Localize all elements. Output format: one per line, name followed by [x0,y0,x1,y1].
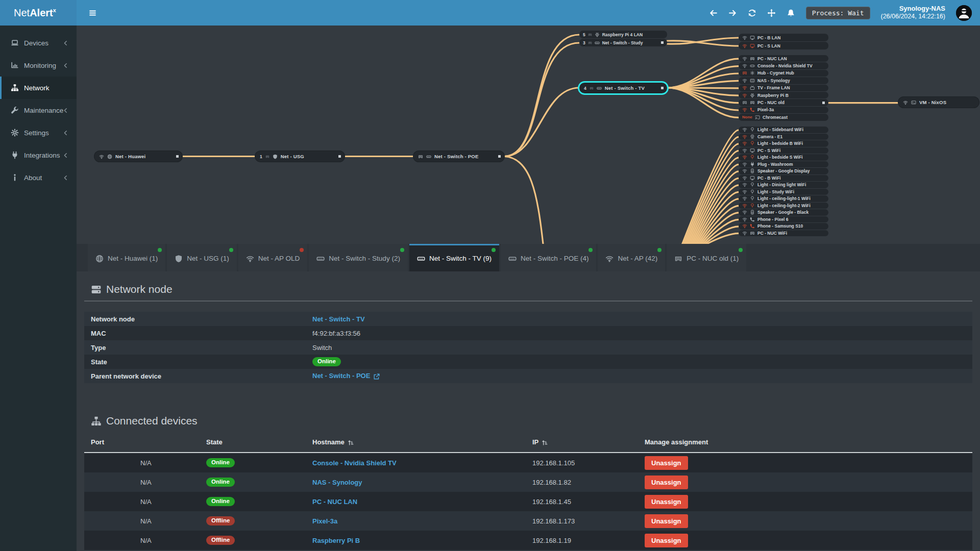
wifi-icon [742,141,747,146]
topology-device-nas-synology[interactable]: NAS - Synology [739,77,828,84]
wifi-icon [742,189,747,194]
navbar-arrow-right-button[interactable] [728,8,737,17]
topology-device-light-dining-light-wifi[interactable]: Light - Dining light WiFi [739,182,828,188]
bulb-icon [750,141,755,146]
topology-device-pc-nuc-lan[interactable]: PC - NUC LAN [739,55,828,62]
brand-net: Net [14,7,30,19]
unassign-button[interactable]: Unassign [645,456,688,470]
hostname-link[interactable]: NAS - Synology [312,479,362,486]
detail-value-link[interactable]: Net - Switch - TV [312,315,365,323]
device-label: Net - USG [281,154,304,159]
table-row-pixel-3a: N/AOfflinePixel-3a192.168.1.173Unassign [84,511,972,531]
topology-device-light-bedside-s-wifi[interactable]: Light - bedside S WiFi [739,154,828,161]
topology-device-light-ceiling-light-2-wifi[interactable]: Light - ceiling-light-2 WiFi [739,203,828,209]
topology-node-net-huawei[interactable]: Net - Huawei [94,151,182,162]
network-node-section-title: Network node [77,271,980,295]
topology-device-chromecast[interactable]: NoneChromecast [739,114,828,120]
topology-node-net-usg[interactable]: 1Net - USG [255,151,345,162]
unassign-button[interactable]: Unassign [645,475,688,489]
app-logo[interactable]: NetAlertx [0,0,77,26]
sidebar-item-label: Network [24,84,50,92]
unassign-button[interactable]: Unassign [645,534,688,547]
navbar-move-button[interactable] [767,8,776,17]
wifi-icon [742,148,747,153]
topology-device-phone-pixel-6[interactable]: Phone - Pixel 6 [739,216,828,223]
topology-device-pc-b-lan[interactable]: PC - B LAN [739,34,828,41]
sidebar-toggle-button[interactable] [88,8,97,17]
topology-device-phone-samsung-s10[interactable]: Phone - Samsung S10 [739,223,828,230]
nas-icon [750,78,755,83]
topology-device-camera-e1[interactable]: Camera - E1 [739,134,828,140]
sidebar-item-settings[interactable]: Settings [0,121,77,144]
topology-node-net-switch-poe[interactable]: Net - Switch - POE [413,151,504,162]
sidebar-item-about[interactable]: About [0,166,77,189]
hostname-link[interactable]: Pixel-3a [312,517,337,525]
status-dot-green [657,248,662,252]
topology-device-plug-washroom[interactable]: Plug - Washroom [739,161,828,168]
sidebar-item-maintenance[interactable]: Maintenance [0,99,77,121]
unassign-button[interactable]: Unassign [645,495,688,509]
network-topology-canvas[interactable]: Net - Huawei1Net - USGNet - Switch - POE… [77,26,980,244]
monitor-icon [750,35,755,40]
hostname-link[interactable]: Console - Nvidia Shield TV [312,459,397,467]
cell-ip: 192.168.1.173 [532,517,645,525]
tab-net-switch-tv-9[interactable]: Net - Switch - TV (9) [409,244,499,271]
unassign-button[interactable]: Unassign [645,514,688,528]
eth-icon [265,155,270,159]
topology-device-light-sideboard-wifi[interactable]: Light - Sideboard WiFi [739,127,828,133]
detail-value[interactable]: Net - Switch - POE [312,372,972,380]
topology-node-vm-nixos[interactable]: VM - NixOS [898,97,979,108]
eth-icon [742,100,747,105]
topology-device-speaker-google-display[interactable]: Speaker - Google Display [739,168,828,174]
topology-device-pc-nuc-wifi[interactable]: PC - NUC WiFi [739,230,828,237]
topology-device-light-ceiling-light-1-wifi[interactable]: Light - ceiling-light-1 WiFi [739,195,828,202]
navbar-bell-button[interactable] [787,8,795,17]
topology-node-net-switch-tv[interactable]: 4Net - Switch - TV [579,83,667,93]
tab-pc-nuc-old-1[interactable]: PC - NUC old (1) [667,244,746,271]
device-label: PC - S LAN [757,43,780,48]
topology-device-raspberry-pi-b[interactable]: Raspberry Pi B [739,92,828,98]
topology-device-net-switch-study[interactable]: 3Net - Switch - Study [579,39,667,46]
tab-net-switch-study-2[interactable]: Net - Switch - Study (2) [309,244,408,271]
topology-device-light-bedside-b-wifi[interactable]: Light - bedside B WiFi [739,140,828,147]
tab-net-switch-poe-4[interactable]: Net - Switch - POE (4) [501,244,597,271]
tab-net-ap-42[interactable]: Net - AP (42) [598,244,665,271]
topology-device-tv-frame-lan[interactable]: TV - Frame LAN [739,85,828,91]
topology-device-light-study-wifi[interactable]: Light - Study WiFi [739,189,828,195]
user-avatar[interactable] [956,5,972,21]
wifi-icon [742,63,747,68]
wifi-icon [742,196,747,201]
sidebar-item-devices[interactable]: Devices [0,32,77,54]
connector-handle [822,102,825,104]
topology-device-pc-s-wifi[interactable]: PC - S WiFi [739,147,828,154]
topology-device-console-nvidia-shield-tv[interactable]: Console - Nvidia Shield TV [739,62,828,69]
section-title-text: Network node [106,283,173,295]
tab-net-usg-1[interactable]: Net - USG (1) [167,244,237,271]
hostname-link[interactable]: Raspberry Pi B [312,537,360,544]
sidebar-item-monitoring[interactable]: Monitoring [0,54,77,77]
navbar-arrow-left-button[interactable] [709,8,718,17]
sidebar-item-integrations[interactable]: Integrations [0,144,77,166]
topology-device-raspberry-pi-4-lan[interactable]: 5Raspberry Pi 4 LAN [579,31,667,38]
topology-device-pc-b-wifi[interactable]: PC - B WiFi [739,175,828,182]
column-header-label: IP [532,438,538,446]
sidebar-item-network[interactable]: Network [0,77,77,99]
topology-device-pixel-3a[interactable]: Pixel-3a [739,107,828,113]
bulb-icon [750,182,755,187]
topology-device-pc-s-lan[interactable]: PC - S LAN [739,42,828,49]
detail-value[interactable]: Net - Switch - TV [312,315,972,323]
hub-icon [750,70,755,76]
chevron-icon [63,130,68,136]
host-timestamp: (26/06/2024, 14:22:16) [881,13,946,21]
topology-edges [77,26,980,244]
tab-net-ap-old[interactable]: Net - AP OLD [238,244,308,271]
topology-device-hub-cygnet-hub[interactable]: Hub - Cygnet Hub [739,70,828,77]
topology-device-speaker-google-black[interactable]: Speaker - Google - Black [739,209,828,216]
navbar-refresh-button[interactable] [748,8,756,17]
detail-value-link[interactable]: Net - Switch - POE [312,372,370,380]
device-label: Net - Switch - POE [434,154,478,159]
topology-device-pc-nuc-old[interactable]: PC - NUC old [739,99,828,106]
tab-net-huawei-1[interactable]: Net - Huawei (1) [88,244,165,271]
hostname-link[interactable]: PC - NUC LAN [312,498,357,506]
globe-icon [107,154,112,159]
